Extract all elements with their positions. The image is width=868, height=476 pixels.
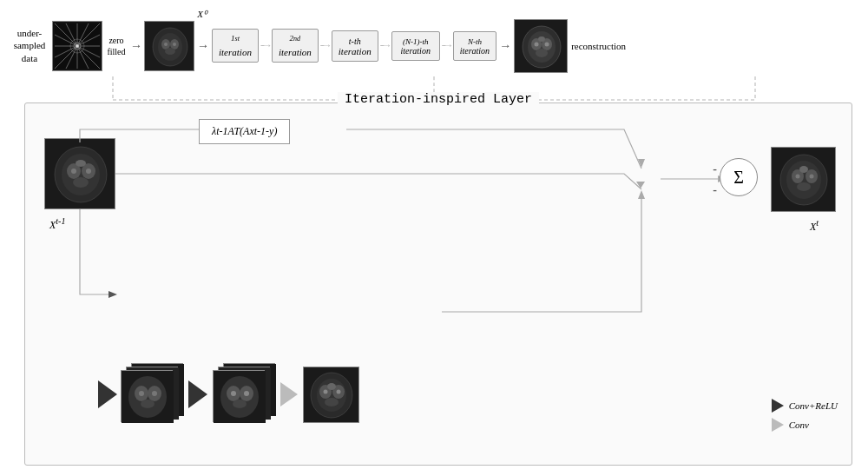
conv-arrow (280, 382, 298, 407)
svg-point-42 (73, 177, 89, 188)
svg-point-26 (164, 43, 168, 46)
conv-image-stack-1 (121, 363, 183, 426)
svg-point-53 (810, 175, 814, 179)
svg-point-94 (324, 389, 328, 393)
svg-point-69 (139, 391, 144, 396)
zero-filled-label: zero filled (104, 35, 128, 57)
iteration-box-t: t-thiteration (332, 30, 378, 62)
svg-point-85 (231, 391, 236, 396)
svg-point-51 (797, 182, 811, 191)
svg-point-45 (76, 160, 86, 167)
x0-label: X⁰ (197, 9, 207, 20)
sigma-circle: Σ (720, 158, 758, 196)
xt-image (771, 147, 836, 212)
xt1-label: Xt-1 (49, 216, 65, 232)
svg-point-33 (536, 49, 548, 57)
conv-final-image (303, 367, 359, 423)
arrow-2: → (197, 39, 209, 53)
iteration-box-n: N-thiteration (453, 31, 496, 61)
svg-point-27 (173, 43, 176, 46)
x0-container: X⁰ (144, 21, 194, 71)
svg-point-52 (796, 175, 800, 179)
svg-point-36 (538, 36, 545, 42)
legend: Conv+ReLU Conv (772, 399, 838, 432)
svg-point-70 (152, 391, 157, 396)
svg-point-35 (545, 42, 549, 46)
iteration-layer-box: Iteration-inspired Layer (24, 102, 852, 466)
minus-bottom: - (713, 183, 717, 197)
svg-point-87 (233, 400, 247, 408)
svg-point-22 (158, 33, 182, 61)
conv-chain (95, 363, 359, 426)
iteration-box-2: 2nditeration (272, 29, 319, 63)
arrow-1: → (130, 39, 142, 53)
undersampled-label: under-sampled data (7, 27, 52, 64)
reconstruction-image (514, 19, 568, 73)
svg-point-44 (86, 169, 91, 174)
x0-image (144, 21, 194, 71)
reconstruction-label: reconstruction (571, 41, 623, 51)
dashed-arrow-1: - - → (260, 39, 270, 52)
svg-point-43 (71, 169, 76, 174)
conv-image-stack-2 (213, 363, 275, 426)
lambda-box: λt-1AT(Axt-1-y) (199, 119, 290, 144)
svg-point-54 (799, 166, 808, 173)
minus-top: - (713, 162, 717, 176)
conv-relu-arrow-1 (98, 380, 117, 408)
arrow-last: → (499, 39, 511, 53)
legend-item-conv-relu: Conv+ReLU (772, 399, 838, 413)
svg-point-96 (327, 383, 336, 390)
svg-point-93 (325, 398, 339, 407)
diagram-container: under-sampled data (0, 0, 868, 476)
svg-point-25 (165, 48, 175, 55)
iteration-box-1: 1stiteration (212, 29, 259, 63)
legend-dark-arrow (772, 399, 784, 413)
svg-point-86 (244, 391, 249, 396)
svg-point-95 (337, 389, 341, 393)
iteration-box-n1: (N-1)-thiteration (391, 31, 440, 61)
dashed-arrow-3: - - → (380, 39, 390, 52)
layer-inner: Xt-1 λt-1AT(Axt-1-y) (25, 103, 852, 465)
xt1-image (44, 138, 115, 209)
legend-gray-arrow (772, 418, 784, 432)
svg-point-71 (141, 400, 155, 408)
dashed-arrow-2: - - → (320, 39, 330, 52)
xt-label: Xt (810, 218, 819, 234)
svg-point-19 (76, 44, 79, 48)
svg-point-34 (535, 42, 539, 46)
legend-item-conv: Conv (772, 418, 838, 432)
conv-relu-arrow-2 (188, 380, 207, 408)
undersampled-image (52, 21, 102, 71)
dashed-arrow-4: - - → (442, 39, 451, 52)
